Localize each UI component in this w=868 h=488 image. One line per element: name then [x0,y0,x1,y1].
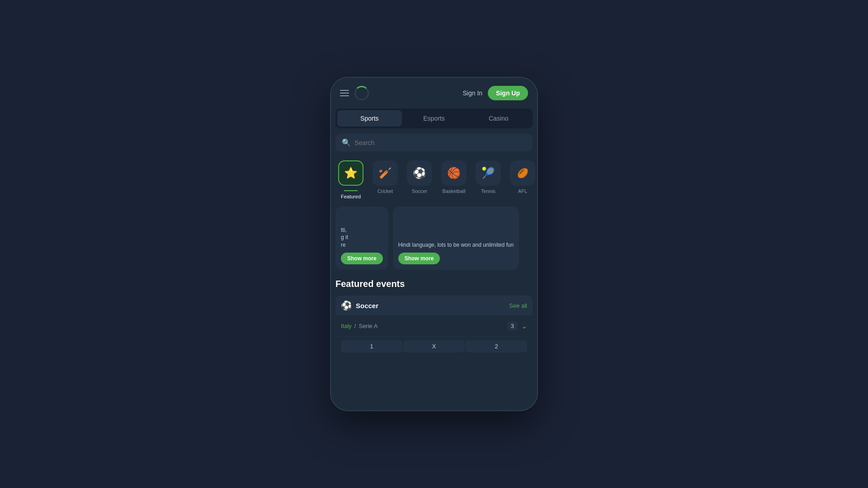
soccer-sport-icon: ⚽ [341,300,352,311]
league-sep: / [354,323,356,329]
header-left [340,86,369,100]
promo-text-2: Hindi language, lots to be won and unlim… [398,241,514,249]
featured-events: Featured events ⚽ Soccer See all Italy /… [331,275,537,356]
phone-frame: Sign In Sign Up Sports Esports Casino 🔍 … [330,77,538,411]
category-afl[interactable]: 🏉 AFL [507,160,537,199]
basketball-label: Basketball [443,188,466,194]
soccer-see-all-button[interactable]: See all [509,302,527,309]
tennis-icon-wrap: 🎾 [476,160,501,186]
promo-cards: tti,g itre Show more Hindi language, lot… [331,201,537,275]
cricket-icon: 🏏 [378,167,392,179]
categories-scroll: ⭐ Featured 🏏 Cricket ⚽ Soccer 🏀 Basketba… [331,157,537,201]
tab-sports[interactable]: Sports [337,110,402,127]
sign-in-button[interactable]: Sign In [463,89,483,97]
header-right: Sign In Sign Up [463,86,528,100]
cricket-label: Cricket [377,188,393,194]
search-icon: 🔍 [342,138,351,147]
active-underline [344,190,358,191]
show-more-button-2[interactable]: Show more [398,253,440,264]
soccer-label: Soccer [412,188,427,194]
sign-up-button[interactable]: Sign Up [488,86,528,100]
promo-text-1: tti,g itre [341,226,383,249]
promo-card-2: Hindi language, lots to be won and unlim… [393,206,519,270]
nav-tabs: Sports Esports Casino [335,108,533,128]
odds-btn-2[interactable]: 2 [466,340,527,352]
league-link[interactable]: Italy [341,323,352,329]
tab-casino[interactable]: Casino [466,110,531,127]
soccer-ball-icon: ⚽ [413,167,426,179]
soccer-icon-wrap: ⚽ [407,160,432,186]
search-input[interactable] [354,139,526,146]
match-row: Italy / Serie A 3 ⌄ [335,316,533,337]
soccer-sport-name: Soccer [356,302,378,310]
basketball-icon-wrap: 🏀 [441,160,467,186]
tennis-label: Tennis [481,188,495,194]
basketball-icon: 🏀 [447,167,461,179]
menu-icon[interactable] [340,90,349,96]
promo-card-1: tti,g itre Show more [335,206,388,270]
featured-events-title: Featured events [335,279,533,289]
match-league-info: Italy / Serie A [341,323,377,329]
logo-spinner [354,86,369,100]
show-more-button-1[interactable]: Show more [341,253,383,264]
chevron-down-icon[interactable]: ⌄ [521,322,527,330]
category-basketball[interactable]: 🏀 Basketball [439,160,469,199]
league-name: Serie A [359,323,377,329]
afl-label: AFL [518,188,527,194]
header: Sign In Sign Up [331,78,537,108]
match-count: 3 [507,321,518,331]
featured-label: Featured [341,194,361,199]
tennis-icon: 🎾 [481,167,495,179]
soccer-section-left: ⚽ Soccer [341,300,378,311]
category-cricket[interactable]: 🏏 Cricket [370,160,401,199]
match-right: 3 ⌄ [507,321,527,331]
category-soccer[interactable]: ⚽ Soccer [404,160,435,199]
odds-btn-1[interactable]: 1 [341,340,402,352]
tab-esports[interactable]: Esports [402,110,467,127]
search-bar[interactable]: 🔍 [335,134,533,151]
featured-icon-wrap: ⭐ [338,160,363,186]
category-tennis[interactable]: 🎾 Tennis [473,160,504,199]
afl-icon-wrap: 🏉 [510,160,535,186]
afl-icon: 🏉 [517,168,528,178]
category-featured[interactable]: ⭐ Featured [335,160,366,199]
star-icon: ⭐ [344,167,358,179]
cricket-icon-wrap: 🏏 [373,160,398,186]
soccer-section-header: ⚽ Soccer See all [335,296,533,315]
odds-btn-x[interactable]: X [403,340,465,352]
odds-row: 1 X 2 [335,337,533,356]
